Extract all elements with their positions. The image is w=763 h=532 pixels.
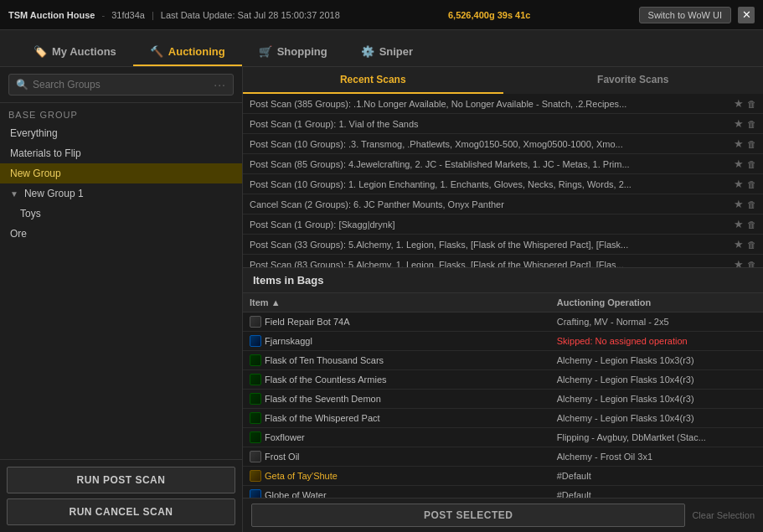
- scan-row[interactable]: Post Scan (83 Groups): 5.Alchemy, 1. Leg…: [243, 255, 763, 267]
- item-operation: Crafting, MV - Normal - 2x5: [550, 312, 763, 332]
- scan-row[interactable]: Post Scan (85 Groups): 4.Jewelcrafting, …: [243, 154, 763, 174]
- post-selected-button[interactable]: POST SELECTED: [251, 504, 685, 527]
- sniper-icon: ⚙️: [361, 45, 374, 58]
- item-operation: #Default: [550, 486, 763, 498]
- scan-row[interactable]: Post Scan (385 Groups): .1.No Longer Ava…: [243, 94, 763, 114]
- delete-scan-icon[interactable]: 🗑: [747, 260, 756, 268]
- scan-row[interactable]: Post Scan (1 Group): [Skagg|drynk]★🗑: [243, 214, 763, 235]
- delete-scan-icon[interactable]: 🗑: [747, 99, 756, 109]
- tab-auctioning-label: Auctioning: [168, 45, 225, 58]
- tab-sniper-label: Sniper: [379, 45, 413, 58]
- item-name: Fjarnskaggl: [265, 336, 312, 346]
- table-row[interactable]: FjarnskagglSkipped: No assigned operatio…: [243, 332, 763, 351]
- table-row[interactable]: Flask of Ten Thousand ScarsAlchemy - Leg…: [243, 351, 763, 370]
- sidebar-buttons: RUN POST SCAN RUN CANCEL SCAN: [0, 459, 242, 532]
- search-bar: 🔍 ···: [0, 67, 242, 103]
- delete-scan-icon[interactable]: 🗑: [747, 139, 756, 149]
- scans-header: Recent Scans Favorite Scans: [243, 67, 763, 94]
- favorite-star-icon[interactable]: ★: [734, 158, 744, 170]
- favorite-star-icon[interactable]: ★: [734, 137, 744, 150]
- gold-amount: 6,526,400g 39s 41c: [448, 10, 530, 20]
- table-row[interactable]: Flask of the Seventh DemonAlchemy - Legi…: [243, 390, 763, 409]
- content-area: Recent Scans Favorite Scans Post Scan (3…: [243, 67, 763, 532]
- favorite-star-icon[interactable]: ★: [734, 178, 744, 190]
- tab-auctioning[interactable]: 🔨 Auctioning: [133, 39, 242, 66]
- clear-selection-text[interactable]: Clear Selection: [692, 510, 755, 520]
- favorite-star-icon[interactable]: ★: [734, 218, 744, 230]
- delete-scan-icon[interactable]: 🗑: [747, 220, 756, 230]
- favorite-star-icon[interactable]: ★: [734, 97, 744, 110]
- item-name: Flask of the Seventh Demon: [265, 394, 381, 404]
- tab-shopping[interactable]: 🛒 Shopping: [242, 39, 344, 66]
- item-name: Flask of the Countless Armies: [265, 374, 387, 385]
- nav-tabs: 🏷️ My Auctions 🔨 Auctioning 🛒 Shopping ⚙…: [0, 30, 763, 67]
- run-cancel-scan-button[interactable]: RUN CANCEL SCAN: [7, 498, 235, 525]
- recent-scans-tab[interactable]: Recent Scans: [243, 67, 503, 94]
- bottom-bar: POST SELECTED Clear Selection: [243, 498, 763, 532]
- tab-my-auctions-label: My Auctions: [52, 45, 116, 58]
- delete-scan-icon[interactable]: 🗑: [747, 179, 756, 189]
- table-row[interactable]: Flask of the Countless ArmiesAlchemy - L…: [243, 370, 763, 390]
- sidebar-item-new-group[interactable]: New Group: [0, 163, 242, 183]
- favorite-star-icon[interactable]: ★: [734, 238, 744, 251]
- table-row[interactable]: FoxflowerFlipping - Avgbuy, DbMartket (S…: [243, 428, 763, 447]
- sidebar-item-materials-to-flip[interactable]: Materials to Flip: [0, 143, 242, 163]
- item-operation: Alchemy - Legion Flasks 10x4(r3): [550, 370, 763, 390]
- table-row[interactable]: Globe of Water#Default: [243, 486, 763, 498]
- favorite-star-icon[interactable]: ★: [734, 117, 744, 130]
- item-icon: [250, 412, 261, 424]
- scan-row[interactable]: Post Scan (10 Groups): 1. Legion Enchant…: [243, 174, 763, 194]
- item-operation: Skipped: No assigned operation: [550, 332, 763, 351]
- delete-scan-icon[interactable]: 🗑: [747, 159, 756, 169]
- sidebar-item-toys[interactable]: Toys: [0, 204, 242, 224]
- scan-row[interactable]: Post Scan (33 Groups): 5.Alchemy, 1. Leg…: [243, 235, 763, 255]
- delete-scan-icon[interactable]: 🗑: [747, 119, 756, 129]
- table-row[interactable]: Flask of the Whispered PactAlchemy - Leg…: [243, 409, 763, 428]
- tab-sniper[interactable]: ⚙️ Sniper: [344, 39, 430, 66]
- sidebar-item-new-group-1[interactable]: ▼ New Group 1: [0, 183, 242, 204]
- ore-label: Ore: [10, 228, 27, 240]
- switch-to-wow-btn[interactable]: Switch to WoW UI: [639, 7, 731, 23]
- items-scroll: Item ▲ Auctioning Operation Field Repair…: [243, 293, 763, 498]
- item-icon: [250, 489, 261, 498]
- run-post-scan-button[interactable]: RUN POST SCAN: [7, 467, 235, 493]
- scan-rows: Post Scan (385 Groups): .1.No Longer Ava…: [243, 94, 763, 267]
- search-input[interactable]: [33, 79, 158, 90]
- col-operation: Auctioning Operation: [550, 293, 763, 312]
- tab-my-auctions[interactable]: 🏷️ My Auctions: [17, 39, 133, 66]
- table-row[interactable]: Field Repair Bot 74ACrafting, MV - Norma…: [243, 312, 763, 332]
- scan-row[interactable]: Post Scan (1 Group): 1. Vial of the Sand…: [243, 114, 763, 134]
- materials-label: Materials to Flip: [10, 147, 81, 159]
- delete-scan-icon[interactable]: 🗑: [747, 199, 756, 209]
- title-bar: TSM Auction House - 31fd34a | Last Data …: [0, 0, 763, 30]
- toys-label: Toys: [20, 208, 41, 220]
- item-icon: [250, 451, 261, 462]
- scan-row[interactable]: Cancel Scan (2 Groups): 6. JC Panther Mo…: [243, 194, 763, 214]
- item-icon: [250, 393, 261, 405]
- favorite-scans-tab[interactable]: Favorite Scans: [503, 67, 764, 94]
- item-icon: [250, 316, 261, 328]
- auctioning-icon: 🔨: [150, 45, 163, 58]
- items-section: Items in Bags Item ▲ Auctioning Operatio…: [243, 268, 763, 532]
- sidebar: 🔍 ··· Base Group Everything Materials to…: [0, 67, 243, 532]
- table-row[interactable]: Frost OilAlchemy - Frost Oil 3x1: [243, 447, 763, 467]
- table-row[interactable]: Geta of Tay'Shute#Default: [243, 467, 763, 486]
- close-button[interactable]: ✕: [738, 7, 755, 23]
- search-options-dots[interactable]: ···: [214, 78, 226, 91]
- item-icon: [250, 354, 261, 366]
- favorite-star-icon[interactable]: ★: [734, 198, 744, 210]
- title-right: Switch to WoW UI ✕: [639, 7, 755, 23]
- my-auctions-icon: 🏷️: [34, 45, 47, 58]
- item-name: Geta of Tay'Shute: [265, 471, 338, 481]
- delete-scan-icon[interactable]: 🗑: [747, 240, 756, 250]
- item-name: Frost Oil: [265, 452, 300, 462]
- new-group-1-label: New Group 1: [24, 188, 84, 199]
- sidebar-item-everything[interactable]: Everything: [0, 123, 242, 143]
- scans-section: Recent Scans Favorite Scans Post Scan (3…: [243, 67, 763, 268]
- shopping-icon: 🛒: [259, 45, 272, 58]
- favorite-star-icon[interactable]: ★: [734, 258, 744, 267]
- sidebar-item-ore[interactable]: Ore: [0, 224, 242, 244]
- scan-row[interactable]: Post Scan (10 Groups): .3. Transmog, .Ph…: [243, 134, 763, 154]
- item-name: Foxflower: [265, 432, 305, 442]
- item-operation: Alchemy - Legion Flasks 10x4(r3): [550, 409, 763, 428]
